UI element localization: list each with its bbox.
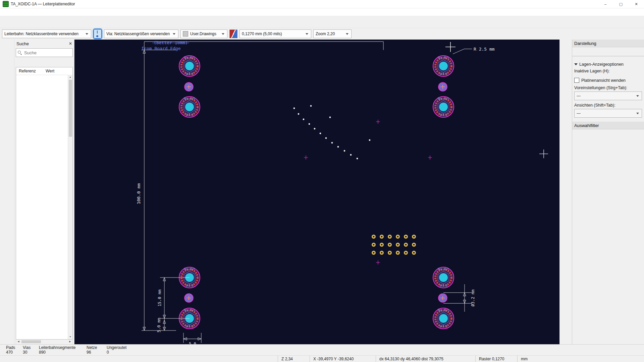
search-input-wrap	[16, 48, 73, 57]
search-panel-title: Suche	[16, 41, 29, 46]
nets-label: Netze	[87, 345, 99, 350]
footprint-table: Referenz Wert ▲ ▼	[16, 67, 73, 340]
right-toolbar	[559, 40, 572, 345]
vias-value: 30	[23, 350, 32, 355]
vias-label: Vias	[23, 345, 32, 350]
via-size-combo[interactable]: Via: Netzklassengrößen verwenden	[104, 29, 178, 38]
active-layer-value: User.Drawings	[190, 32, 216, 36]
pads-value: 470	[6, 350, 15, 355]
dim-radius-label: R 2.5 mm	[474, 47, 495, 52]
hex-size-label: S=5.5	[185, 284, 194, 287]
nets-value: 96	[87, 350, 99, 355]
grid-combo[interactable]: 0,1270 mm (5,00 mils)	[239, 29, 311, 38]
layer-display-options[interactable]: Lagen-Anzeigeoptionen	[574, 62, 642, 67]
pcb-canvas[interactable]: Hex NutS=5.5Hex NutS=5.5Hex NutS=5.5Hex …	[74, 40, 559, 345]
close-button[interactable]: ✕	[629, 0, 644, 8]
zoom-combo[interactable]: Zoom 2,20	[313, 29, 352, 38]
track-width-value: Leiterbahn: Netzklassenbreite verwenden	[4, 32, 78, 36]
search-panel: Suche ✕ Referenz Wert ▲ ▼ ◀ ▶	[14, 40, 74, 345]
app-icon	[3, 1, 9, 7]
flip-board-checkbox-row[interactable]: Platinenansicht wenden	[574, 78, 642, 83]
appearance-title: Darstellung	[572, 40, 644, 47]
hex-nut-label: Hex Nut	[184, 268, 195, 271]
window-title: TA_XOIDC-1A — Leiterplatteneditor	[11, 2, 75, 6]
hex-size-label: S=5.5	[185, 73, 194, 76]
hex-nut-label: Hex Nut	[438, 56, 449, 59]
dim-100mm-label: 100.0 mm	[136, 183, 141, 204]
horizontal-scrollbar[interactable]: ◀ ▶	[16, 340, 73, 345]
search-input[interactable]	[23, 50, 71, 56]
maximize-button[interactable]: ▢	[613, 0, 629, 8]
combo-toolbar: Leiterbahn: Netzklassenbreite verwenden …	[0, 28, 644, 40]
dim-hole-label: Ø3.2 mm	[471, 290, 475, 307]
table-header: Referenz Wert	[16, 67, 72, 75]
collapse-icon	[574, 63, 578, 65]
track-via-properties-icon[interactable]	[93, 29, 102, 39]
column-wert[interactable]: Wert	[43, 69, 54, 73]
presets-label: Voreinstellungen (Strg+Tab):	[574, 85, 642, 90]
cursor-delta: dx 64,3130 dy 46,4060 dist 79,3075	[376, 356, 475, 362]
segments-label: Leiterbahnsegmente	[39, 345, 79, 350]
unrouted-value: 0	[107, 350, 130, 355]
left-toolbar	[0, 40, 14, 345]
top-toolbar	[0, 16, 644, 28]
views-combo[interactable]: ---	[574, 109, 642, 118]
hex-nut-label: Hex Nut	[438, 309, 449, 312]
hex-size-label: S=5.5	[185, 325, 194, 328]
appearance-panel: Darstellung Lagen-Anzeigeoptionen Inakti…	[572, 40, 644, 345]
active-layer-combo[interactable]: User.Drawings	[180, 29, 227, 38]
inactive-layers-label: Inaktive Lagen (H):	[574, 69, 642, 73]
zoom-status: Z 2,34	[278, 356, 310, 362]
board-edge-note-line2: from Board Edge	[141, 46, 181, 51]
hex-nut-label: Hex Nut	[438, 268, 449, 271]
flip-board-checkbox[interactable]	[574, 78, 579, 83]
hex-size-label: S=5.5	[185, 114, 194, 117]
dim-15mm-label: 15.0 mm	[157, 290, 162, 307]
hex-size-label: S=5.5	[439, 73, 447, 76]
dim-5mm-label: 5.0 mm	[157, 318, 161, 332]
hex-size-label: S=5.5	[439, 114, 447, 117]
grid-value: 0,1270 mm (5,00 mils)	[242, 32, 282, 36]
layer-swatch-icon	[183, 31, 188, 37]
minimize-button[interactable]: –	[598, 0, 613, 8]
hex-size-label: S=5.5	[439, 284, 447, 287]
views-label: Ansichten (Shift+Tab):	[574, 103, 642, 108]
via-size-value: Via: Netzklassengrößen verwenden	[106, 32, 170, 36]
grid-status: Raster 0,1270	[475, 356, 517, 362]
vertical-scrollbar[interactable]: ▲ ▼	[68, 75, 72, 339]
status-bar: Pads470 Vias30 Leiterbahnsegmente890 Net…	[0, 344, 644, 362]
column-referenz[interactable]: Referenz	[16, 69, 43, 73]
hex-nut-label: Hex Nut	[184, 97, 195, 100]
units-status: mm	[517, 356, 644, 362]
layer-pair-icon[interactable]	[229, 29, 237, 38]
hex-nut-label: Hex Nut	[438, 97, 449, 100]
cursor-position: X -39,4970 Y -39,6240	[310, 356, 376, 362]
menu-bar	[0, 8, 644, 16]
hex-nut-label: Hex Nut	[184, 309, 195, 312]
presets-combo[interactable]: ---	[574, 92, 642, 100]
track-width-combo[interactable]: Leiterbahn: Netzklassenbreite verwenden	[2, 29, 91, 38]
hex-size-label: S=5.5	[439, 325, 447, 328]
pads-label: Pads	[6, 345, 15, 350]
hex-nut-label: Hex Nut	[184, 56, 195, 59]
unrouted-label: Ungeroutet	[107, 345, 130, 350]
selection-filter-title: Auswahlfilter	[572, 122, 644, 129]
title-bar: TA_XOIDC-1A — Leiterplatteneditor – ▢ ✕	[0, 0, 644, 8]
close-icon[interactable]: ✕	[69, 41, 72, 46]
search-icon	[18, 51, 22, 55]
segments-value: 890	[39, 350, 79, 355]
zoom-value: Zoom 2,20	[316, 32, 335, 36]
